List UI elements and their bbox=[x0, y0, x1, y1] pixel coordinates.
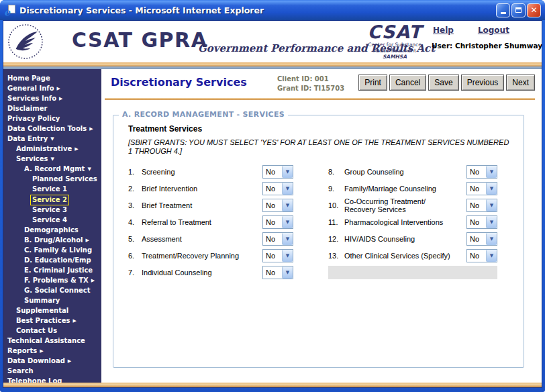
service-select-value: No bbox=[263, 168, 282, 176]
sidebar-nav: Home Page General Info▶ Services Info▶ D… bbox=[3, 69, 101, 383]
sidebar-item-label: B. Drug/Alcohol bbox=[24, 236, 83, 245]
samhsa-label: SAMHSA bbox=[363, 54, 426, 60]
chevron-down-icon[interactable]: ▼ bbox=[486, 250, 497, 262]
nav-arrow-icon: ▶ bbox=[89, 126, 93, 132]
service-select[interactable]: No ▼ bbox=[262, 249, 293, 262]
sidebar-item[interactable]: Best Practices▶ bbox=[3, 316, 101, 326]
service-label: HIV/AIDS Counseling bbox=[344, 235, 466, 243]
print-button[interactable]: Print bbox=[358, 75, 387, 91]
sidebar-item[interactable]: Service 4 bbox=[3, 215, 101, 226]
next-button[interactable]: Next bbox=[506, 75, 535, 91]
sidebar-item[interactable]: Home Page bbox=[3, 74, 101, 84]
chevron-down-icon[interactable]: ▼ bbox=[282, 183, 293, 195]
sidebar-item[interactable]: Data Collection Tools▶ bbox=[3, 124, 101, 134]
chevron-down-icon[interactable]: ▼ bbox=[486, 183, 497, 195]
sidebar-item[interactable]: Disclaimer bbox=[3, 104, 101, 114]
sidebar-item[interactable]: Search bbox=[3, 366, 101, 377]
sbirt-note-line1: [SBIRT GRANTS: YOU MUST SELECT 'YES' FOR… bbox=[128, 138, 511, 147]
sidebar-item[interactable]: D. Education/Emp bbox=[3, 256, 101, 266]
window-titlebar[interactable]: e Discretionary Services - Microsoft Int… bbox=[0, 0, 545, 20]
client-id: Client ID: 001 bbox=[277, 75, 344, 84]
sidebar-item[interactable]: General Info▶ bbox=[3, 84, 101, 94]
service-select[interactable]: No ▼ bbox=[466, 215, 497, 229]
chevron-down-icon[interactable]: ▼ bbox=[486, 233, 497, 245]
sidebar-item[interactable]: Technical Assistance bbox=[3, 336, 101, 346]
service-select[interactable]: No ▼ bbox=[466, 182, 497, 195]
chevron-down-icon[interactable]: ▼ bbox=[282, 266, 293, 279]
form-area: A. RECORD MANAGEMENT - SERVICES Treatmen… bbox=[101, 100, 542, 383]
main-area: Home Page General Info▶ Services Info▶ D… bbox=[3, 69, 542, 383]
sidebar-item-label: Technical Assistance bbox=[7, 336, 85, 346]
chevron-down-icon[interactable]: ▼ bbox=[282, 233, 293, 245]
sidebar-item[interactable]: Data Download▶ bbox=[3, 356, 101, 366]
sidebar-item[interactable]: Planned Services bbox=[3, 175, 101, 185]
service-select[interactable]: No ▼ bbox=[262, 165, 293, 179]
sidebar-item[interactable]: Telephone Log bbox=[3, 377, 101, 383]
service-select[interactable]: No ▼ bbox=[262, 199, 293, 212]
service-row: 9. Family/Marriage Counseling No ▼ bbox=[328, 180, 497, 197]
help-link[interactable]: Help bbox=[433, 26, 454, 35]
sidebar-item[interactable]: Administrative▶ bbox=[3, 144, 101, 154]
nav-arrow-icon: ▶ bbox=[59, 96, 62, 101]
chevron-down-icon[interactable]: ▼ bbox=[486, 199, 497, 211]
sidebar-item[interactable]: A. Record Mgmt▼ bbox=[3, 164, 101, 175]
sidebar-item[interactable]: G. Social Connect bbox=[3, 286, 101, 296]
sidebar-item[interactable]: Contact Us bbox=[3, 326, 101, 336]
close-button[interactable]: ✕ bbox=[527, 3, 541, 17]
csat-logo-line1: Center for Substance bbox=[363, 42, 426, 48]
logout-link[interactable]: Logout bbox=[478, 26, 509, 35]
chevron-down-icon[interactable]: ▼ bbox=[282, 199, 293, 211]
maximize-icon bbox=[515, 7, 522, 13]
service-select[interactable]: No ▼ bbox=[262, 182, 293, 195]
sidebar-item[interactable]: Service 3 bbox=[3, 205, 101, 215]
chevron-down-icon[interactable]: ▼ bbox=[282, 166, 293, 178]
service-select-value: No bbox=[263, 235, 282, 243]
sidebar-item-label: E. Criminal Justice bbox=[24, 266, 93, 275]
sidebar-item-label: Data Entry bbox=[7, 134, 48, 144]
chevron-down-icon[interactable]: ▼ bbox=[486, 166, 497, 178]
service-select[interactable]: No ▼ bbox=[262, 266, 293, 279]
other-clinical-specify-input[interactable] bbox=[328, 266, 497, 279]
sidebar-item[interactable]: Services▼ bbox=[3, 154, 101, 164]
sidebar-item[interactable]: B. Drug/Alcohol▶ bbox=[3, 236, 101, 246]
service-number: 11. bbox=[328, 218, 344, 226]
section-title: Treatment Services bbox=[128, 124, 511, 134]
service-label: Family/Marriage Counseling bbox=[344, 185, 466, 193]
service-select-value: No bbox=[467, 185, 486, 193]
sidebar-item-label: F. Problems & TX bbox=[24, 276, 89, 285]
chevron-down-icon[interactable]: ▼ bbox=[486, 216, 497, 228]
sidebar-item[interactable]: Supplemental bbox=[3, 306, 101, 316]
service-select[interactable]: No ▼ bbox=[466, 199, 497, 212]
service-select[interactable]: No ▼ bbox=[466, 249, 497, 262]
service-select[interactable]: No ▼ bbox=[262, 215, 293, 229]
cancel-button[interactable]: Cancel bbox=[389, 75, 426, 91]
services-right-rows: 8. Group Counseling No ▼ bbox=[328, 163, 497, 264]
sidebar-item[interactable]: Reports▶ bbox=[3, 346, 101, 356]
sidebar-item[interactable]: Service 2 bbox=[3, 195, 101, 205]
chevron-down-icon[interactable]: ▼ bbox=[282, 250, 293, 262]
minimize-button[interactable] bbox=[496, 3, 510, 17]
sidebar-item[interactable]: Service 1 bbox=[3, 185, 101, 195]
sidebar-item[interactable]: Services Info▶ bbox=[3, 94, 101, 104]
browser-window: e Discretionary Services - Microsoft Int… bbox=[0, 0, 545, 392]
service-select-value: No bbox=[263, 185, 282, 193]
sidebar-item[interactable]: Privacy Policy bbox=[3, 114, 101, 124]
sidebar-item[interactable]: Data Entry▼ bbox=[3, 134, 101, 144]
nav-arrow-icon: ▶ bbox=[57, 86, 60, 91]
sidebar-item[interactable]: Demographics bbox=[3, 226, 101, 236]
service-select[interactable]: No ▼ bbox=[466, 232, 497, 246]
service-select[interactable]: No ▼ bbox=[262, 232, 293, 246]
save-button[interactable]: Save bbox=[428, 75, 458, 91]
service-select[interactable]: No ▼ bbox=[466, 165, 497, 179]
sidebar-item[interactable]: Summary bbox=[3, 296, 101, 306]
service-select-value: No bbox=[263, 252, 282, 260]
sidebar-item[interactable]: C. Family & Living bbox=[3, 246, 101, 256]
service-number: 7. bbox=[128, 268, 142, 277]
maximize-button[interactable] bbox=[511, 3, 526, 17]
record-management-fieldset: A. RECORD MANAGEMENT - SERVICES Treatmen… bbox=[113, 115, 524, 368]
sidebar-item[interactable]: E. Criminal Justice bbox=[3, 266, 101, 276]
chevron-down-icon[interactable]: ▼ bbox=[282, 216, 293, 228]
previous-button[interactable]: Previous bbox=[461, 75, 505, 91]
sidebar-item[interactable]: F. Problems & TX▶ bbox=[3, 276, 101, 286]
service-number: 8. bbox=[328, 168, 344, 176]
